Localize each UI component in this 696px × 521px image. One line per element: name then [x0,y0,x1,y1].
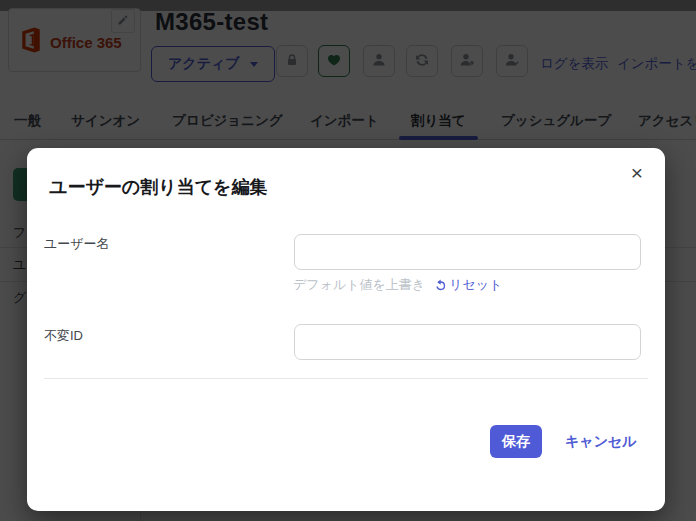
reset-icon [434,279,447,292]
immutable-id-label: 不変ID [44,327,83,345]
edit-user-assignment-dialog: × ユーザーの割り当てを編集 ユーザー名 デフォルト値を上書き リセット 不変I… [27,148,665,511]
reset-link[interactable]: リセット [434,276,502,294]
save-button[interactable]: 保存 [490,425,542,458]
override-default-hint: デフォルト値を上書き [293,276,425,294]
dialog-divider [44,378,648,379]
reset-label: リセット [449,276,502,294]
dialog-title: ユーザーの割り当てを編集 [49,175,268,199]
username-helper-row: デフォルト値を上書き リセット [293,276,502,294]
immutable-id-input[interactable] [294,324,641,360]
username-input[interactable] [294,234,641,270]
cancel-button[interactable]: キャンセル [565,433,637,451]
username-label: ユーザー名 [44,235,110,253]
screen: Office 365 M365-test アクティブ [0,0,696,521]
close-icon[interactable]: × [627,158,647,187]
